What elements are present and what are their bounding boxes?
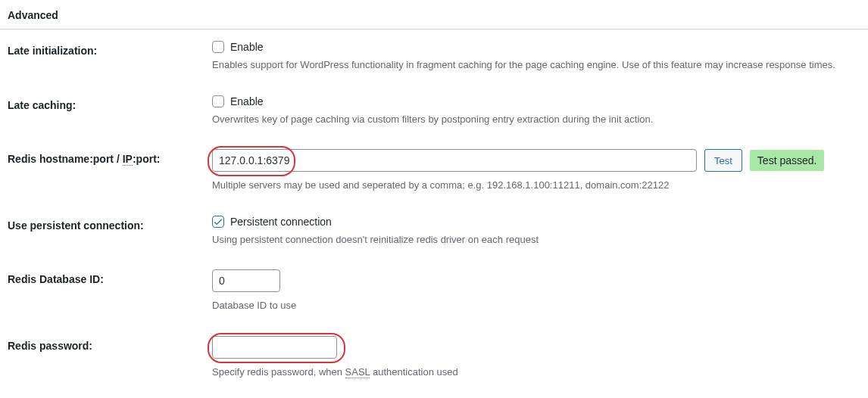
- persistent-label: Use persistent connection:: [0, 204, 205, 259]
- test-button[interactable]: Test: [704, 149, 742, 172]
- sasl-abbr: SASL: [345, 366, 370, 378]
- late-init-checkbox-label: Enable: [230, 41, 264, 53]
- password-highlight: [212, 336, 337, 359]
- late-caching-description: Overwrites key of page caching via custo…: [212, 112, 860, 127]
- persistent-checkbox-label: Persistent connection: [230, 216, 332, 228]
- late-caching-checkbox[interactable]: [212, 95, 224, 107]
- late-init-label: Late initialization:: [0, 30, 205, 84]
- ip-abbr: IP: [123, 153, 133, 166]
- redis-host-input[interactable]: [212, 149, 697, 172]
- persistent-description: Using persistent connection doesn't rein…: [212, 232, 860, 247]
- password-input[interactable]: [212, 336, 337, 359]
- db-id-input[interactable]: [212, 269, 280, 292]
- test-result: Test passed.: [750, 150, 825, 171]
- password-label: Redis password:: [0, 325, 205, 391]
- db-id-description: Database ID to use: [212, 298, 860, 313]
- redis-host-highlight: [212, 149, 697, 172]
- password-description: Specify redis password, when SASL authen…: [212, 365, 860, 380]
- db-id-label: Redis Database ID:: [0, 258, 205, 325]
- section-title: Advanced: [0, 0, 868, 30]
- late-caching-checkbox-label: Enable: [230, 95, 264, 107]
- late-init-checkbox[interactable]: [212, 41, 224, 53]
- persistent-checkbox[interactable]: [212, 216, 224, 228]
- redis-host-label: Redis hostname:port / IP:port:: [0, 138, 205, 204]
- redis-host-description: Multiple servers may be used and seperat…: [212, 178, 860, 193]
- late-init-description: Enables support for WordPress functional…: [212, 58, 860, 73]
- settings-table: Late initialization: Enable Enables supp…: [0, 30, 868, 390]
- late-caching-label: Late caching:: [0, 84, 205, 138]
